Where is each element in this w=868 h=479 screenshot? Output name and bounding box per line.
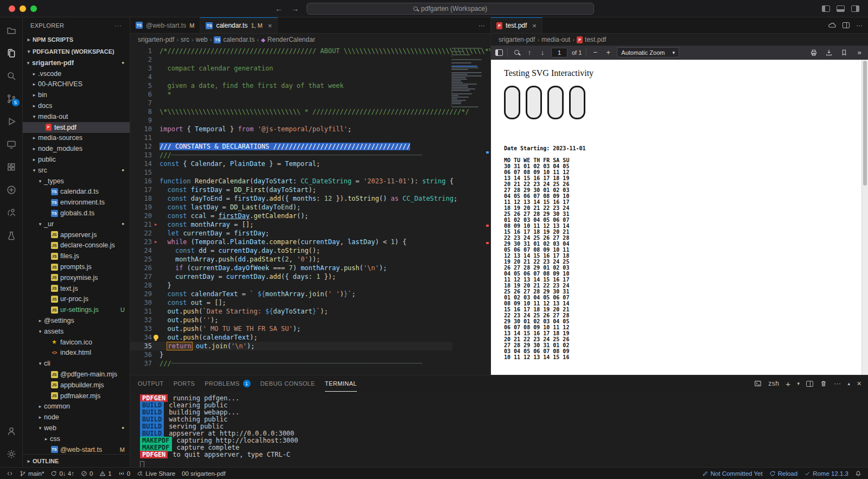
sync-status[interactable]: 0↓ 4↑: [47, 468, 78, 479]
chevron-down-icon[interactable]: ▾: [797, 381, 800, 386]
live-share-icon[interactable]: [3, 204, 20, 221]
section-workspace[interactable]: ▾ PDFGARTEN (WORKSPACE): [23, 46, 130, 58]
toggle-secondary-sidebar-icon[interactable]: [851, 5, 859, 12]
notifications-bell[interactable]: [852, 468, 865, 479]
explorer-more-actions[interactable]: ···: [114, 22, 122, 29]
pdf-save-icon[interactable]: [825, 47, 833, 58]
code-text[interactable]: monthArray.push(dd.padStart(2, '0'));: [159, 256, 320, 263]
code-text[interactable]: out.push(calendarText);: [159, 334, 258, 341]
breadcrumb-item-media-out[interactable]: media-out: [541, 36, 570, 43]
pdf-scrollbar-thumb[interactable]: [863, 61, 867, 186]
task-label[interactable]: 00 srigarten-pdf: [178, 468, 229, 479]
pdf-sidebar-toggle-icon[interactable]: [495, 49, 503, 56]
pdf-print-icon[interactable]: [809, 47, 818, 58]
pdf-zoom-in-icon[interactable]: +: [604, 47, 612, 58]
remote-indicator[interactable]: [3, 468, 16, 479]
maximize-panel-icon[interactable]: ▴: [848, 381, 851, 386]
split-terminal-icon[interactable]: [806, 381, 813, 387]
code-line-4[interactable]: 4: [130, 73, 452, 81]
git-branch[interactable]: main*: [16, 468, 47, 479]
tree-item-appbuilder.mjs[interactable]: JSappbuilder.mjs: [23, 380, 130, 391]
code-text[interactable]: const out = [];: [159, 299, 226, 306]
split-editor-icon[interactable]: [843, 22, 850, 28]
panel-tab-debug-console[interactable]: DEBUG CONSOLE: [260, 375, 315, 392]
test-flask-icon[interactable]: [3, 227, 20, 244]
code-line-30[interactable]: 30 const out = [];: [130, 298, 452, 307]
close-icon[interactable]: ×: [532, 22, 537, 30]
editor-more-actions[interactable]: ···: [478, 22, 485, 29]
code-text[interactable]: function RenderCalendar(dayToStart: CC_D…: [159, 177, 454, 185]
tree-item-calendar.d.ts[interactable]: TScalendar.d.ts: [23, 187, 130, 197]
tree-item-_ur[interactable]: ▾_ur●: [23, 219, 130, 229]
tree-item-text.js[interactable]: JStext.js: [23, 283, 130, 294]
pdf-scrollbar[interactable]: [861, 60, 868, 375]
tree-item-public[interactable]: ▸public: [23, 154, 130, 165]
pdf-prev-page-icon[interactable]: ↑: [525, 47, 534, 58]
errors-status[interactable]: 0: [78, 468, 96, 479]
code-line-18[interactable]: 18 const dayToEnd = firstDay.add({ month…: [130, 194, 452, 203]
kill-terminal-trash-icon[interactable]: [820, 380, 827, 387]
code-line-24[interactable]: 24 const dd = currentDay.day.toString();: [130, 246, 452, 255]
account-icon[interactable]: [3, 423, 20, 440]
tree-item-css[interactable]: ▸css: [23, 433, 130, 444]
tree-item-cli[interactable]: ▾cli: [23, 358, 130, 369]
remote-explorer-icon[interactable]: [3, 136, 20, 153]
code-line-11[interactable]: 11: [130, 133, 452, 142]
breadcrumb-item-web[interactable]: web: [196, 36, 208, 43]
panel-tab-ports[interactable]: PORTS: [174, 375, 195, 392]
tree-item-proxymise.js[interactable]: JSproxymise.js: [23, 272, 130, 283]
code-line-8[interactable]: 8\*\\\\\\\\\\\\\\\\\\\\\\\\\\\\\\\\\\ * …: [130, 107, 452, 116]
tree-item-globals.d.ts[interactable]: TSglobals.d.ts: [23, 208, 130, 219]
pdf-search-icon[interactable]: [514, 50, 519, 55]
code-text[interactable]: const { Calendar, PlainDate } = Temporal…: [159, 160, 320, 168]
new-terminal-icon[interactable]: +: [786, 379, 790, 388]
code-line-34[interactable]: 34 out.push(calendarText);: [130, 333, 452, 342]
breadcrumb-item-calendar.ts[interactable]: TScalendar.ts: [214, 36, 254, 43]
tab-test.pdf[interactable]: Ptest.pdf×: [491, 17, 542, 33]
tree-item-node_modules[interactable]: ▸node_modules: [23, 143, 130, 154]
code-text[interactable]: compact calendar generation: [159, 65, 273, 72]
code-text[interactable]: /*//////////////////////////////////////…: [159, 47, 490, 55]
code-line-21[interactable]: 21▶ const monthArray = [];: [130, 220, 452, 229]
tree-item-declare-console.js[interactable]: JSdeclare-console.js: [23, 240, 130, 251]
code-line-10[interactable]: 10import { Temporal } from '@js-temporal…: [130, 125, 452, 133]
tree-item-.vscode[interactable]: ▸.vscode: [23, 68, 130, 79]
pdf-page-input[interactable]: 1: [551, 48, 567, 58]
breadcrumb-item-RenderCalendar[interactable]: ◆RenderCalendar: [261, 36, 315, 43]
breadcrumb-item-srigarten-pdf[interactable]: srigarten-pdf: [499, 36, 535, 43]
code-line-31[interactable]: 31 out.push(`Date Starting: ${dayToStart…: [130, 307, 452, 316]
pdf-more-tools-chevron[interactable]: »: [855, 47, 864, 58]
git-commit-status[interactable]: Not Committed Yet: [699, 468, 766, 479]
code-text[interactable]: out.push(' MO TU WE TH FR SA SU');: [159, 325, 301, 333]
pdf-next-page-icon[interactable]: ↓: [538, 47, 547, 58]
code-line-14[interactable]: 14const { Calendar, PlainDate } = Tempor…: [130, 159, 452, 168]
code-line-16[interactable]: 16function RenderCalendar(dayToStart: CC…: [130, 177, 452, 186]
code-line-15[interactable]: 15: [130, 168, 452, 177]
code-line-33[interactable]: 33 out.push(' MO TU WE TH FR SA SU');: [130, 324, 452, 333]
tree-item-index.html[interactable]: <>index.html: [23, 348, 130, 359]
code-text[interactable]: out.push('');: [159, 316, 218, 324]
code-text[interactable]: }: [159, 351, 163, 359]
pdf-rounded-rect-shape[interactable]: [504, 86, 520, 119]
settings-gear-icon[interactable]: [3, 445, 20, 463]
toggle-sidebar-icon[interactable]: [822, 5, 830, 12]
docker-view-icon[interactable]: [3, 181, 20, 199]
ports-status[interactable]: 0: [115, 468, 133, 479]
tree-item-@settings[interactable]: ▸@settings: [23, 315, 130, 326]
tree-item-environment.ts[interactable]: TSenvironment.ts: [23, 197, 130, 208]
pdf-zoom-select[interactable]: Automatic Zoom ▾: [617, 47, 679, 58]
command-center-search[interactable]: pdfgarten (Workspace): [307, 3, 594, 15]
tree-item-src[interactable]: ▾src●: [23, 165, 130, 176]
code-line-6[interactable]: 6 *: [130, 90, 452, 99]
code-line-12[interactable]: 12/// CONSTANTS & DECLARATIONS /////////…: [130, 142, 452, 151]
code-line-1[interactable]: 1/*/////////////////////////////////////…: [130, 47, 452, 55]
tree-item-00-ARCHIVES[interactable]: ▸00-ARCHIVES: [23, 79, 130, 90]
history-forward-button[interactable]: →: [290, 4, 300, 13]
tree-item-node[interactable]: ▸node: [23, 412, 130, 423]
reload-button[interactable]: Reload: [766, 468, 801, 479]
search-icon[interactable]: [3, 67, 20, 85]
code-line-20[interactable]: 20 const ccal = firstDay.getCalendar();: [130, 212, 452, 220]
publish-cloud-icon[interactable]: [828, 21, 836, 29]
code-editor[interactable]: 1/*/////////////////////////////////////…: [130, 46, 490, 375]
editor-more-actions[interactable]: ···: [856, 22, 863, 29]
